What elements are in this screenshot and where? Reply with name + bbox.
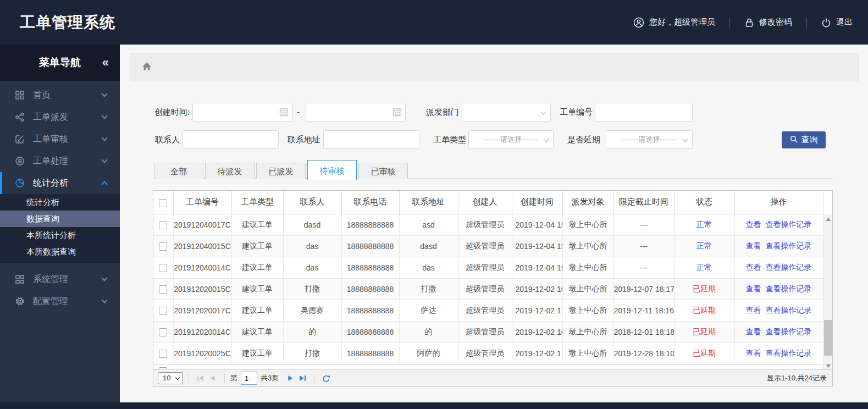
table-row: 201912040015C建议工单das18888888888dasd超级管理员… <box>153 235 823 257</box>
sidebar-item-dispatch[interactable]: 工单派发 <box>0 106 120 128</box>
view-link[interactable]: 查看 <box>746 263 761 272</box>
view-operation-log-link[interactable]: 查看操作记录 <box>766 284 812 293</box>
row-checkbox[interactable] <box>159 328 167 336</box>
cell-contact: 的 <box>283 321 341 342</box>
cell-created-time: 2019-12-02 16 <box>512 278 562 300</box>
submenu-item-statistics[interactable]: 统计分析 <box>0 194 120 211</box>
address-input[interactable] <box>323 130 419 149</box>
cell-actions: 查看查看操作记录 <box>734 235 823 257</box>
first-page-button[interactable] <box>195 372 207 384</box>
view-operation-log-link[interactable]: 查看操作记录 <box>766 241 812 250</box>
cell-dispatch-target: 墩上中心所 <box>562 278 613 300</box>
row-checkbox[interactable] <box>159 242 167 251</box>
tab-reviewed[interactable]: 已审核 <box>358 163 408 179</box>
view-link[interactable]: 查看 <box>746 220 761 229</box>
row-checkbox[interactable] <box>159 264 167 272</box>
order-type-label: 工单类型 <box>433 130 466 149</box>
col-status: 状态 <box>674 191 734 214</box>
view-link[interactable]: 查看 <box>746 284 761 293</box>
order-no-input[interactable] <box>595 103 693 121</box>
page-number-input[interactable] <box>241 372 257 385</box>
sidebar-item-label: 工单审核 <box>33 134 68 145</box>
view-operation-log-link[interactable]: 查看操作记录 <box>766 263 812 272</box>
current-user[interactable]: 您好，超级管理员 <box>633 17 715 28</box>
created-time-label: 创建时间: <box>154 103 190 121</box>
submenu-item-local-data-query[interactable]: 本所数据查询 <box>0 244 120 260</box>
view-link[interactable]: 查看 <box>746 349 761 357</box>
submenu-item-data-query[interactable]: 数据查询 <box>0 211 120 227</box>
row-checkbox[interactable] <box>159 285 167 294</box>
cell-created-time: 2019-12-04 15 <box>512 257 562 278</box>
created-time-end-input[interactable] <box>306 103 406 121</box>
order-type-select[interactable]: -------请选择------- <box>468 130 554 149</box>
statistics-submenu: 统计分析 数据查询 本所统计分析 本所数据查询 <box>0 194 120 263</box>
sidebar-item-label: 系统管理 <box>33 274 68 285</box>
cell-dispatch-target: 墩上中心所 <box>562 300 613 321</box>
page-size-select[interactable]: 10 <box>158 372 183 384</box>
top-bar-actions: 您好，超级管理员 修改密码 退出 <box>633 17 868 28</box>
calendar-icon[interactable] <box>279 107 289 119</box>
calendar-icon[interactable] <box>392 107 402 119</box>
refresh-icon[interactable] <box>320 372 332 384</box>
cell-deadline: --- <box>613 257 674 278</box>
cell-creator: 超级管理员 <box>458 321 512 342</box>
view-link[interactable]: 查看 <box>746 241 761 250</box>
breadcrumb <box>130 53 859 81</box>
dispatch-dept-select[interactable] <box>462 103 551 121</box>
tab-pending-review[interactable]: 待审核 <box>307 160 357 180</box>
tab-dispatched[interactable]: 已派发 <box>256 163 306 179</box>
select-all-checkbox[interactable] <box>159 199 167 207</box>
tab-all[interactable]: 全部 <box>154 163 203 179</box>
delay-select[interactable]: -------请选择------- <box>606 130 693 149</box>
row-checkbox-cell <box>153 300 173 321</box>
gear-icon <box>14 296 25 306</box>
top-bar: 工单管理系统 您好，超级管理员 修改密码 退出 <box>0 0 868 45</box>
view-operation-log-link[interactable]: 查看操作记录 <box>766 327 812 336</box>
sidebar-item-config[interactable]: 配置管理 <box>0 290 120 312</box>
row-checkbox-cell <box>153 321 173 342</box>
cell-status: 正常 <box>674 235 734 257</box>
sidebar-collapse-icon[interactable]: « <box>102 57 109 69</box>
share-icon <box>14 112 25 122</box>
last-page-button[interactable] <box>296 372 308 384</box>
sidebar-item-home[interactable]: 首页 <box>0 84 120 106</box>
change-password-button[interactable]: 修改密码 <box>744 17 792 27</box>
logout-button[interactable]: 退出 <box>821 17 853 27</box>
sidebar-item-review[interactable]: 工单审核 <box>0 128 120 150</box>
cell-creator: 超级管理员 <box>458 342 512 364</box>
cell-deadline: 2019-12-11 18:16 <box>613 300 674 321</box>
scrollbar-thumb[interactable] <box>824 320 832 356</box>
tab-pending-dispatch[interactable]: 待派发 <box>205 163 255 179</box>
sidebar-item-statistics[interactable]: 统计分析 <box>0 172 120 194</box>
order-type-select-value: -------请选择------- <box>484 135 539 145</box>
sidebar-item-process[interactable]: 工单处理 <box>0 150 120 172</box>
submenu-item-local-statistics[interactable]: 本所统计分析 <box>0 227 120 244</box>
col-deadline: 限定截止时间 <box>613 191 674 214</box>
row-checkbox[interactable] <box>159 221 167 229</box>
created-time-start-input[interactable] <box>192 103 292 121</box>
view-operation-log-link[interactable]: 查看操作记录 <box>766 306 812 314</box>
sidebar-item-system[interactable]: 系统管理 <box>0 268 120 290</box>
scroll-up-arrow[interactable] <box>823 214 833 224</box>
next-page-button[interactable] <box>284 372 296 384</box>
view-link[interactable]: 查看 <box>746 327 761 336</box>
nav-title: 菜单导航 <box>39 56 81 70</box>
view-operation-log-link[interactable]: 查看操作记录 <box>766 220 812 229</box>
cell-dispatch-target: 墩上中心所 <box>562 342 613 364</box>
view-link[interactable]: 查看 <box>746 306 761 314</box>
chevron-down-icon <box>101 113 107 119</box>
prev-page-button[interactable] <box>207 372 219 384</box>
row-checkbox[interactable] <box>159 307 167 315</box>
contact-input[interactable] <box>183 130 279 149</box>
view-operation-log-link[interactable]: 查看操作记录 <box>766 349 812 357</box>
search-button[interactable]: 查询 <box>782 131 826 148</box>
cell-phone: 18888888888 <box>341 300 399 321</box>
row-checkbox-cell <box>153 235 173 257</box>
lock-icon <box>744 18 754 27</box>
vertical-scrollbar[interactable] <box>823 214 832 371</box>
contact-label: 联系人 <box>155 130 180 149</box>
row-checkbox[interactable] <box>159 350 167 358</box>
created-time-end-field <box>306 103 406 121</box>
chevron-down-icon <box>544 137 549 142</box>
home-icon[interactable] <box>141 61 152 74</box>
